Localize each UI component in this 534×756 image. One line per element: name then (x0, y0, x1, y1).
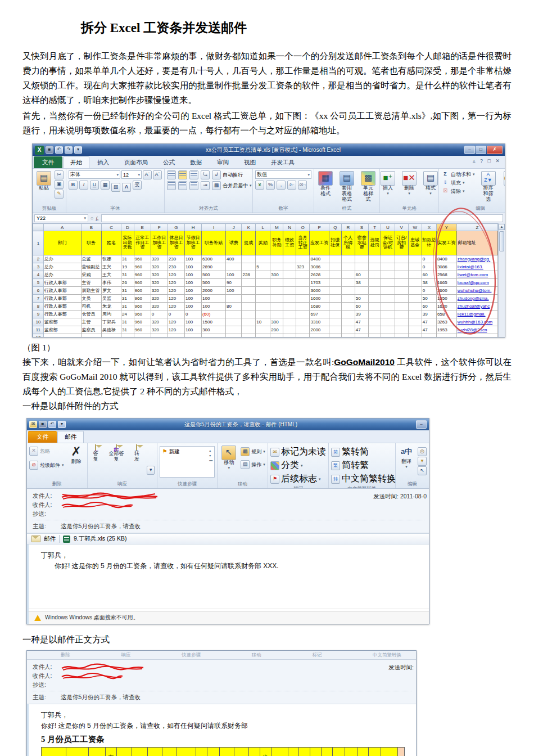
cell[interactable] (226, 310, 242, 318)
cell[interactable] (256, 334, 270, 338)
header-cell[interactable]: 职务补贴 (202, 231, 226, 255)
cell[interactable] (329, 326, 341, 334)
cell[interactable]: 0 (422, 255, 436, 263)
cell[interactable]: 2628 (310, 271, 329, 279)
cell[interactable] (329, 279, 341, 287)
cell[interactable] (310, 334, 329, 338)
cell[interactable]: 960 (134, 318, 151, 326)
cell[interactable]: 320 (151, 303, 168, 310)
maximize-button[interactable]: □ (476, 146, 486, 154)
close-button[interactable]: ✗ (487, 146, 503, 154)
cell[interactable] (242, 310, 256, 318)
follow-up-button[interactable]: ⚑后续标志 ▾ (270, 473, 321, 485)
phonetic-icon[interactable]: 变 (133, 181, 142, 190)
cell[interactable] (242, 318, 256, 326)
related-icon[interactable]: ▾ (418, 457, 427, 466)
cell[interactable] (456, 334, 497, 338)
cell[interactable]: 323 (296, 263, 310, 271)
cell[interactable] (408, 287, 422, 295)
cell[interactable]: 50 (422, 295, 436, 303)
cell[interactable]: 120 (168, 279, 184, 287)
cell[interactable] (329, 303, 341, 310)
copy-icon[interactable]: ▣ (55, 180, 64, 189)
chinese-convert-button[interactable]: 转中文简繁转换 (331, 473, 396, 485)
more-respond-icon[interactable]: ▾ (147, 466, 155, 475)
cell[interactable] (381, 295, 395, 303)
cell[interactable] (283, 279, 296, 287)
delete-button[interactable]: ✗ 删除 (68, 445, 85, 465)
cell-styles-button[interactable]: ▩ 单元格样式 (359, 170, 377, 203)
cell[interactable] (395, 271, 408, 279)
cell[interactable]: 3600 (310, 287, 329, 295)
align-left-icon[interactable] (167, 181, 176, 190)
merge-center-button[interactable]: ▩合并后居中 ▾ (212, 181, 252, 190)
cell[interactable] (369, 334, 381, 338)
column-letter-U[interactable]: U (381, 224, 395, 231)
cell[interactable] (242, 295, 256, 303)
borders-icon[interactable]: ▦ (101, 181, 110, 190)
paste-button[interactable]: ▤ 粘贴 (35, 170, 53, 192)
cell[interactable]: 320 (151, 318, 168, 326)
cell[interactable]: 120 (168, 295, 184, 303)
cell[interactable]: 38 (422, 279, 436, 287)
cell[interactable]: wuhuhuhu@tom. (456, 287, 497, 295)
column-letter-P[interactable]: P (310, 224, 329, 231)
cell[interactable]: 960 (134, 310, 151, 318)
select-all-corner[interactable] (33, 224, 44, 231)
cell[interactable]: 47 (355, 318, 368, 326)
cell[interactable]: 100 (184, 287, 201, 295)
cell[interactable]: 1600 (310, 295, 329, 303)
cell[interactable] (242, 255, 256, 263)
cell[interactable] (329, 295, 341, 303)
cell[interactable]: 3086 (310, 263, 329, 271)
cell[interactable]: 300 (202, 326, 226, 334)
cell[interactable] (270, 263, 283, 271)
cell[interactable]: 960 (134, 271, 151, 279)
cell[interactable]: 2568 (436, 271, 456, 279)
cell[interactable] (168, 334, 184, 338)
cell[interactable]: 100 (226, 287, 242, 295)
cell[interactable]: 320 (151, 271, 168, 279)
message-tab-label[interactable]: 邮件 (44, 535, 56, 543)
ignore-button[interactable]: ✕忽略 (29, 447, 64, 456)
header-cell[interactable]: 节假日加班工资 (184, 231, 201, 255)
cell[interactable]: lixintai@163. (456, 263, 497, 271)
cell[interactable] (381, 303, 395, 310)
cell[interactable]: 行政人事部 (43, 279, 81, 287)
cell[interactable]: 100 (184, 263, 201, 271)
column-letter-R[interactable]: R (341, 224, 355, 231)
cell[interactable]: 100 (226, 271, 242, 279)
cell[interactable]: 47 (422, 326, 436, 334)
cell[interactable]: 总监 (81, 255, 102, 263)
cell[interactable] (226, 334, 242, 338)
cell[interactable] (329, 334, 341, 338)
find-select-button[interactable]: ◎◎ 查找和选择 (502, 170, 505, 203)
cell[interactable] (341, 310, 355, 318)
cell[interactable] (381, 287, 395, 295)
cell[interactable]: 行政人事部 (43, 310, 81, 318)
cell[interactable]: 1953 (436, 326, 456, 334)
row-number-1[interactable]: 1 (33, 231, 44, 255)
cell[interactable]: 320 (151, 279, 168, 287)
cell[interactable]: 总办 (43, 263, 81, 271)
header-cell[interactable]: 实发工资 (436, 231, 456, 255)
column-letter-S[interactable]: S (355, 224, 368, 231)
column-letter-C[interactable]: C (102, 224, 121, 231)
undo-icon[interactable]: ↶ (55, 146, 63, 154)
cell[interactable] (395, 279, 408, 287)
cell[interactable] (256, 271, 270, 279)
select-icon[interactable]: ↖ (418, 466, 427, 475)
cell[interactable]: 38 (355, 279, 368, 287)
excel-tab-1[interactable]: 文件 (34, 156, 62, 168)
cell[interactable] (341, 287, 355, 295)
cell[interactable] (355, 287, 368, 295)
cell[interactable] (242, 303, 256, 310)
quick-steps-box[interactable]: ⚑ 新建 ▴▾▬ (160, 446, 215, 478)
cell[interactable]: 采购 (81, 271, 102, 279)
cell[interactable] (381, 271, 395, 279)
header-cell[interactable]: 职务补助 (270, 231, 283, 255)
cell[interactable] (422, 334, 436, 338)
cell[interactable]: 吴德禄 (102, 326, 121, 334)
percent-format-icon[interactable]: % (266, 181, 275, 190)
cell[interactable]: 0 (184, 310, 201, 318)
